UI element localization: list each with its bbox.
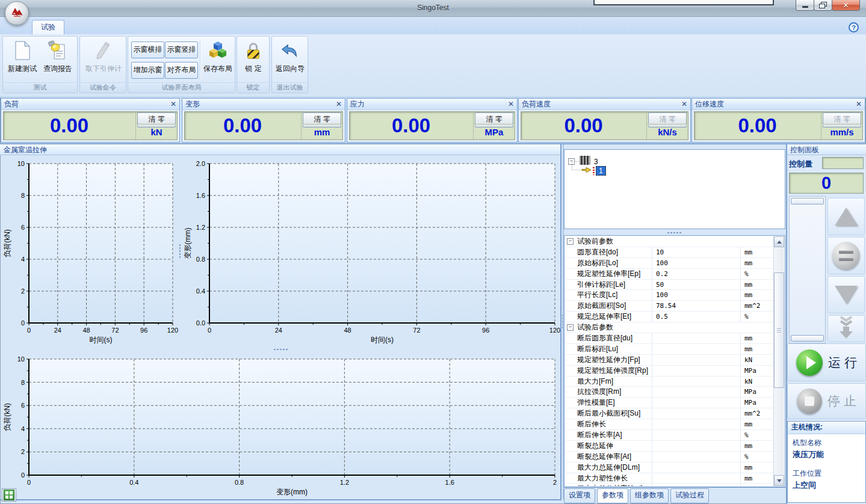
stop-button[interactable]: 停 止 (787, 383, 866, 419)
tab-params[interactable]: 参数项 (597, 488, 628, 503)
collapse-icon[interactable]: − (567, 324, 574, 331)
param-value[interactable] (652, 355, 741, 365)
lock-button[interactable]: 锁 定 (238, 38, 269, 82)
param-value[interactable] (652, 419, 741, 429)
back-wizard-button[interactable]: 返回向导 (273, 38, 307, 82)
panel-close-icon[interactable]: ✕ (170, 100, 176, 108)
tree-selected-node[interactable]: 1 (596, 166, 606, 176)
run-button[interactable]: 运 行 (787, 343, 866, 381)
layout-grid-button[interactable] (2, 488, 16, 502)
param-value[interactable]: 0.5 (652, 312, 741, 322)
param-value[interactable]: 50 (652, 280, 741, 290)
param-value[interactable] (652, 452, 741, 462)
svg-text:24: 24 (275, 327, 282, 334)
svg-text:2: 2 (553, 479, 557, 486)
svg-text:1.2: 1.2 (340, 479, 349, 486)
param-value[interactable] (652, 366, 741, 376)
tab-process[interactable]: 试验过程 (670, 488, 709, 503)
group-label-lock: 锁定 (237, 82, 269, 93)
param-value[interactable] (652, 398, 741, 408)
new-test-button[interactable]: 新建测试 (5, 38, 39, 82)
tab-group-params[interactable]: 组参数项 (630, 488, 669, 503)
slider-thumb[interactable] (791, 198, 824, 204)
collapse-icon[interactable]: − (567, 238, 574, 245)
param-row: 断后圆形直径[du]mm (565, 333, 774, 344)
display-value: 0.00 (4, 112, 135, 140)
panel-close-icon[interactable]: ✕ (856, 100, 862, 108)
param-value[interactable] (652, 473, 741, 484)
remove-extensometer-button[interactable]: 取下引伸计 (82, 38, 125, 82)
ribbon-tab-test[interactable]: 试验 (32, 20, 64, 34)
param-value[interactable]: 10 (652, 247, 741, 257)
param-row: 规定塑性延伸力[Fp]kN (565, 355, 774, 366)
arrow-up-icon (777, 241, 782, 244)
panel-close-icon[interactable]: ✕ (508, 100, 514, 108)
param-value[interactable]: 100 (652, 258, 741, 268)
save-layout-button[interactable]: 保存布局 (202, 38, 234, 82)
param-name: 断裂总延伸 (565, 441, 652, 451)
scroll-down-button[interactable] (774, 475, 784, 486)
minimize-button[interactable] (796, 0, 814, 11)
balance-button[interactable] (827, 237, 865, 274)
spin-down-button[interactable] (827, 276, 865, 313)
chart-horizontal-splitter[interactable] (1, 347, 560, 351)
param-value[interactable] (652, 408, 741, 419)
param-name: 规定塑性延伸强度[Rp] (565, 366, 652, 376)
query-report-label: 查询报告 (43, 64, 72, 74)
tree-node-specimen[interactable]: 1 (581, 165, 606, 176)
close-icon: ✕ (843, 1, 849, 10)
param-value[interactable] (652, 484, 741, 486)
param-group-row[interactable]: −试验后参数 (565, 322, 774, 333)
app-menu-button[interactable] (5, 1, 29, 25)
splitter-grip (179, 244, 181, 259)
svg-text:48: 48 (82, 327, 90, 334)
window-horizontal-button[interactable]: 示窗横排 (131, 41, 164, 58)
host-status-panel: 主机情况: 机型名称 液压万能 工作位置 上空间 (787, 421, 866, 503)
param-name: 引伸计标距[Le] (565, 280, 652, 290)
param-name: 断裂总延伸率[At] (565, 452, 652, 462)
close-button[interactable]: ✕ (832, 0, 860, 11)
chart-vertical-splitter[interactable] (178, 156, 182, 347)
param-value[interactable]: 78.54 (652, 301, 741, 311)
fast-down-button[interactable] (827, 315, 865, 342)
help-button[interactable]: ? (849, 22, 859, 32)
svg-text:72: 72 (413, 327, 420, 334)
restore-icon (819, 2, 827, 8)
control-amount-label: 控制量 (789, 159, 812, 170)
tab-settings[interactable]: 设置项 (564, 488, 595, 503)
window-vertical-button[interactable]: 示窗竖排 (165, 41, 198, 58)
svg-text:时间(s): 时间(s) (371, 336, 394, 344)
control-panel-title: 控制面板 (787, 144, 866, 155)
external-window-fragment (593, 0, 774, 5)
add-window-button[interactable]: 增加示窗 (131, 62, 164, 79)
align-layout-button[interactable]: 对齐布局 (165, 62, 198, 79)
scroll-thumb[interactable] (774, 272, 784, 388)
svg-text:48: 48 (344, 327, 351, 334)
param-value[interactable]: 0.2 (652, 269, 741, 279)
param-value[interactable] (652, 441, 741, 451)
query-report-button[interactable]: 查询报告 (40, 38, 75, 82)
spin-up-button[interactable] (827, 198, 865, 235)
param-value[interactable] (652, 430, 741, 440)
param-unit: % (741, 312, 774, 322)
param-value[interactable]: 100 (652, 290, 741, 300)
param-value[interactable] (652, 376, 741, 387)
param-group-row[interactable]: −试验前参数 (565, 236, 774, 247)
scroll-up-button[interactable] (774, 236, 784, 247)
panel-close-icon[interactable]: ✕ (681, 100, 687, 108)
param-value[interactable] (652, 344, 741, 354)
param-value[interactable] (652, 333, 741, 343)
restore-button[interactable] (814, 0, 832, 11)
param-unit: mm (741, 258, 774, 268)
control-slider-track[interactable] (789, 196, 826, 343)
svg-text:6: 6 (21, 402, 25, 409)
params-scrollbar[interactable] (773, 236, 784, 486)
divider (564, 487, 786, 488)
tree-params-splitter[interactable] (564, 230, 785, 235)
param-value[interactable] (652, 463, 741, 473)
control-amount-input[interactable] (822, 157, 864, 169)
param-unit: MPa (741, 366, 774, 376)
param-value[interactable] (652, 387, 741, 397)
ribbon-group-layout: 示窗横排 示窗竖排 增加示窗 对齐布局 保存布局 试验界面布局 (128, 36, 235, 93)
panel-close-icon[interactable]: ✕ (336, 100, 342, 108)
